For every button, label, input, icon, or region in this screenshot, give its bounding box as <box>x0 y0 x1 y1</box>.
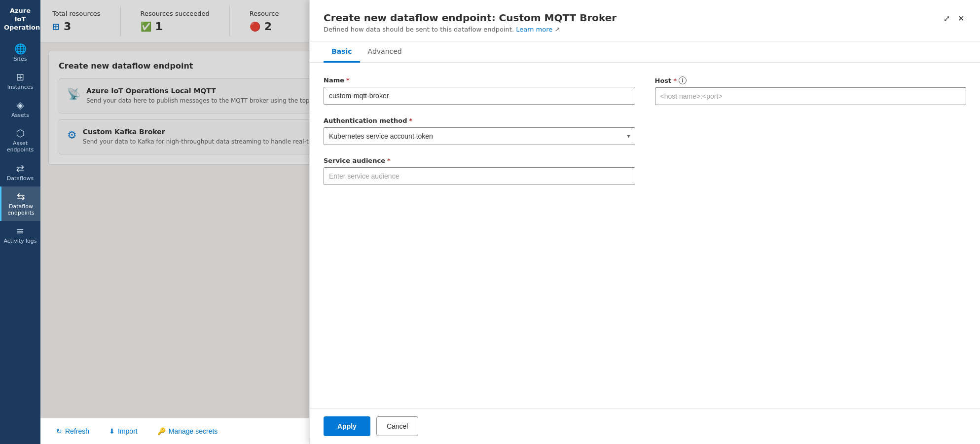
main-content: Total resources ⊞ 3 Resources succeeded … <box>40 0 980 444</box>
stat-resource-number: 2 <box>264 20 272 33</box>
stat-resource-value: 🔴 2 <box>250 20 279 33</box>
sidebar-item-assets[interactable]: ◈ Assets <box>0 95 40 123</box>
stat-check-icon: ✅ <box>141 21 151 32</box>
apply-label: Apply <box>337 422 357 430</box>
sidebar-item-label-activity-logs: Activity logs <box>3 238 36 244</box>
stat-resource-label: Resource <box>250 10 279 17</box>
import-icon: ⬇ <box>109 427 115 435</box>
panel-subtitle: Defined how data should be sent to this … <box>324 26 942 33</box>
import-button[interactable]: ⬇ Import <box>105 425 142 437</box>
tab-basic-label: Basic <box>331 47 352 55</box>
service-audience-required-star: * <box>387 157 391 164</box>
form-field-host: Host * i <box>655 76 967 105</box>
expand-button[interactable]: ⤢ <box>942 13 952 25</box>
sidebar-item-asset-endpoints[interactable]: ⬡ Asset endpoints <box>0 123 40 158</box>
service-audience-label: Service audience * <box>324 157 635 164</box>
service-audience-input[interactable] <box>324 167 635 185</box>
apply-button[interactable]: Apply <box>324 416 370 436</box>
close-icon: ✕ <box>958 14 964 23</box>
sidebar-item-label-instances: Instances <box>7 84 34 90</box>
stat-warn-icon: 🔴 <box>250 21 260 32</box>
name-label: Name * <box>324 76 635 84</box>
refresh-button[interactable]: ↻ Refresh <box>52 425 93 437</box>
stat-succeeded-number: 1 <box>155 20 163 33</box>
tab-advanced-label: Advanced <box>368 47 402 55</box>
auth-label: Authentication method * <box>324 117 635 124</box>
sidebar-item-label-sites: Sites <box>14 56 27 62</box>
cancel-label: Cancel <box>387 422 408 430</box>
sidebar-item-label-dataflow-endpoints: Dataflow endpoints <box>3 203 38 216</box>
instances-icon: ⊞ <box>16 72 25 82</box>
panel-overlay: Create new dataflow endpoint: Custom MQT… <box>309 0 980 444</box>
expand-icon: ⤢ <box>944 14 950 23</box>
dataflows-icon: ⇄ <box>16 163 25 173</box>
local-mqtt-icon: 📡 <box>67 88 80 100</box>
form-row-auth: Authentication method * Kubernetes servi… <box>324 117 966 145</box>
assets-icon: ◈ <box>16 100 24 110</box>
stat-succeeded-resources: Resources succeeded ✅ 1 <box>141 6 230 37</box>
panel-body: Name * Host * i <box>310 63 980 408</box>
host-input[interactable] <box>655 87 967 105</box>
form-field-audience-spacer <box>655 157 967 185</box>
form-field-auth: Authentication method * Kubernetes servi… <box>324 117 635 145</box>
panel-title-area: Create new dataflow endpoint: Custom MQT… <box>324 12 942 33</box>
learn-more-link[interactable]: Learn more <box>516 26 552 33</box>
host-required-star: * <box>673 77 677 84</box>
stat-succeeded-label: Resources succeeded <box>141 10 210 17</box>
sidebar-item-dataflow-endpoints[interactable]: ⇆ Dataflow endpoints <box>0 186 40 221</box>
external-link-icon: ↗ <box>554 26 560 33</box>
host-label: Host * i <box>655 76 967 84</box>
sidebar-item-label-assets: Assets <box>11 112 29 118</box>
host-info-icon: i <box>679 76 687 84</box>
panel-footer: Apply Cancel <box>310 408 980 444</box>
sites-icon: 🌐 <box>14 44 27 54</box>
auth-method-select[interactable]: Kubernetes service account token X.509 c… <box>324 127 635 145</box>
sidebar-item-dataflows[interactable]: ⇄ Dataflows <box>0 158 40 186</box>
sidebar-item-label-asset-endpoints: Asset endpoints <box>2 140 38 153</box>
sidebar-item-activity-logs[interactable]: ≡ Activity logs <box>0 221 40 249</box>
form-field-auth-spacer <box>655 117 967 145</box>
asset-endpoints-icon: ⬡ <box>16 128 24 138</box>
import-label: Import <box>118 427 138 435</box>
auth-required-star: * <box>409 117 412 124</box>
form-row-name-host: Name * Host * i <box>324 76 966 105</box>
stat-total-number: 3 <box>64 20 71 33</box>
auth-select-wrapper: Kubernetes service account token X.509 c… <box>324 127 635 145</box>
sidebar: Azure IoT Operations 🌐 Sites ⊞ Instances… <box>0 0 40 444</box>
tab-basic[interactable]: Basic <box>324 41 360 63</box>
panel-subtitle-text: Defined how data should be sent to this … <box>324 26 514 33</box>
manage-secrets-button[interactable]: 🔑 Manage secrets <box>153 425 222 437</box>
panel-title: Create new dataflow endpoint: Custom MQT… <box>324 12 942 24</box>
stat-total-resources: Total resources ⊞ 3 <box>52 6 121 37</box>
app-title: Azure IoT Operations <box>0 0 40 39</box>
stat-total-label: Total resources <box>52 10 101 17</box>
manage-secrets-icon: 🔑 <box>157 427 166 435</box>
stat-grid-icon: ⊞ <box>52 21 60 32</box>
manage-secrets-label: Manage secrets <box>169 427 218 435</box>
activity-logs-icon: ≡ <box>16 226 25 236</box>
form-field-service-audience: Service audience * <box>324 157 635 185</box>
sidebar-item-sites[interactable]: 🌐 Sites <box>0 39 40 67</box>
stat-resource: Resource 🔴 2 <box>250 6 299 37</box>
custom-kafka-icon: ⚙ <box>67 129 77 141</box>
panel-header: Create new dataflow endpoint: Custom MQT… <box>310 0 980 41</box>
stat-total-value: ⊞ 3 <box>52 20 101 33</box>
name-input[interactable] <box>324 87 635 105</box>
panel-tabs: Basic Advanced <box>310 41 980 63</box>
cancel-button[interactable]: Cancel <box>376 416 419 436</box>
close-button[interactable]: ✕ <box>956 13 966 25</box>
tab-advanced[interactable]: Advanced <box>360 41 410 63</box>
stat-succeeded-value: ✅ 1 <box>141 20 210 33</box>
form-row-service-audience: Service audience * <box>324 157 966 185</box>
name-required-star: * <box>346 76 350 84</box>
sidebar-item-label-dataflows: Dataflows <box>7 175 34 182</box>
refresh-icon: ↻ <box>56 427 62 435</box>
sidebar-item-instances[interactable]: ⊞ Instances <box>0 67 40 95</box>
dataflow-endpoints-icon: ⇆ <box>17 191 25 201</box>
refresh-label: Refresh <box>65 427 89 435</box>
panel-header-buttons: ⤢ ✕ <box>942 13 966 25</box>
form-field-name: Name * <box>324 76 635 105</box>
